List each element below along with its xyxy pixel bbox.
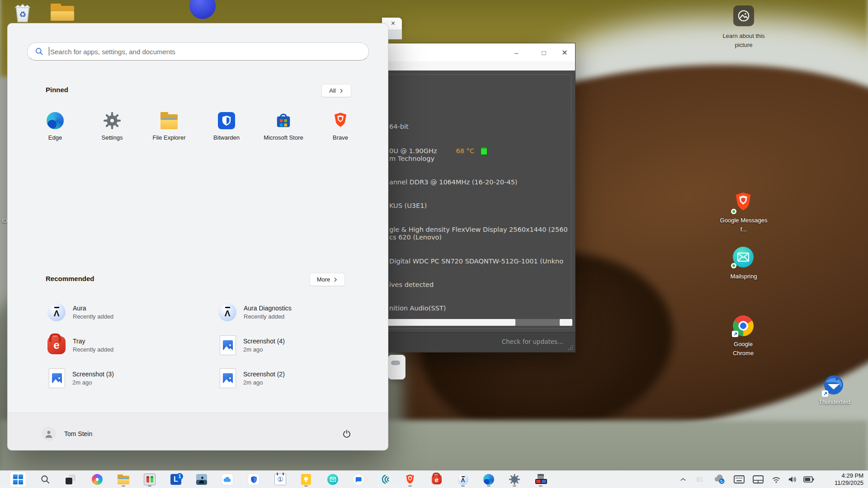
taskbar-tray-app[interactable]: e xyxy=(429,472,445,487)
graphics-line-1: gle & High density FlexView Display 2560… xyxy=(389,226,568,233)
search-input[interactable] xyxy=(49,43,359,60)
aura-icon: Λ xyxy=(47,303,66,321)
taskbar-settings[interactable] xyxy=(506,472,523,487)
pinned-app-settings[interactable]: Settings xyxy=(87,112,137,141)
recommended-item-screenshot-3[interactable]: Screenshot (3)2m ago xyxy=(47,367,206,389)
settings-gear-icon xyxy=(509,474,520,485)
tray-clock[interactable]: 4:29 PM 11/29/2025 xyxy=(835,472,863,487)
envelope-icon xyxy=(737,253,749,262)
check-updates-link[interactable]: Check for updates... xyxy=(502,338,563,345)
cpu-line-2: m Technology xyxy=(389,155,434,162)
taskbar-bitwarden[interactable] xyxy=(245,472,262,487)
recommended-more-button[interactable]: More xyxy=(310,273,345,286)
lock-shackle xyxy=(49,333,61,342)
touch-keyboard-tray-icon[interactable] xyxy=(732,474,746,485)
desktop-folder-icon[interactable] xyxy=(51,4,74,21)
taskbar-file-explorer[interactable] xyxy=(115,472,132,487)
taskbar-wave-app[interactable] xyxy=(376,472,392,487)
tray-app-icon: e xyxy=(432,474,442,484)
edge-icon xyxy=(483,474,494,485)
motherboard-line: KUS (U3E1) xyxy=(389,202,427,209)
taskbar: L1 ① xyxy=(0,470,868,488)
recommended-item-tray[interactable]: e TrayRecently added xyxy=(47,334,206,356)
recommended-item-screenshot-4[interactable]: Screenshot (4)2m ago xyxy=(218,334,377,356)
taskbar-mailspring[interactable] xyxy=(325,472,341,487)
thunderbird-shortcut-icon[interactable] xyxy=(823,374,844,396)
picture-icon xyxy=(737,9,750,23)
google-chrome-shortcut-icon[interactable] xyxy=(733,315,754,336)
taskbar-aura[interactable]: Λ xyxy=(455,472,471,487)
taskbar-icloud[interactable] xyxy=(219,472,236,487)
pinned-app-file-explorer[interactable]: File Explorer xyxy=(144,112,194,141)
volume-tray-icon[interactable] xyxy=(786,474,799,485)
maximize-button[interactable]: □ xyxy=(533,43,554,61)
search-box[interactable] xyxy=(27,42,369,61)
blue-app-desktop-icon[interactable] xyxy=(189,0,216,19)
task-view-button[interactable] xyxy=(62,472,79,487)
taskbar-calendar-app[interactable]: ① xyxy=(272,472,288,487)
speaker-icon xyxy=(788,475,797,484)
wifi-tray-icon[interactable] xyxy=(769,474,783,485)
tray-counter[interactable]: 81 xyxy=(693,474,707,485)
thunderbird-shortcut-label: Thunderbird xyxy=(816,398,854,407)
recommended-item-aura-diagnostics[interactable]: Λ Aura DiagnosticsRecently added xyxy=(218,301,377,323)
taskbar-search-button[interactable] xyxy=(37,472,53,487)
chevron-right-icon xyxy=(339,89,344,93)
background-window-scroll-fragment xyxy=(388,355,406,380)
scrollbar-end-button[interactable] xyxy=(560,319,572,326)
touchpad-tray-icon[interactable] xyxy=(751,474,765,485)
icloud-icon xyxy=(222,474,233,485)
recommended-item-aura[interactable]: Λ AuraRecently added xyxy=(47,301,206,323)
onedrive-tray-icon[interactable]: ↻ xyxy=(713,474,726,485)
resize-grip[interactable] xyxy=(568,345,573,350)
pinned-all-button[interactable]: All xyxy=(321,84,351,97)
mailspring-shortcut-icon[interactable] xyxy=(733,247,754,267)
screenshot-file-icon xyxy=(220,335,236,355)
copilot-button[interactable] xyxy=(89,472,105,487)
cpu-temp: 68 °C xyxy=(456,147,474,155)
recycle-bin-icon[interactable]: ♻ xyxy=(13,3,33,23)
clock-date: 11/29/2025 xyxy=(835,479,863,487)
brave-icon xyxy=(332,112,349,129)
taskbar-kindle[interactable] xyxy=(193,472,210,487)
clock-time: 4:29 PM xyxy=(835,472,863,479)
battery-tray-icon[interactable] xyxy=(802,474,816,485)
bitwarden-shield-icon xyxy=(248,474,259,485)
pinned-app-microsoft-store[interactable]: Microsoft Store xyxy=(258,112,309,141)
copilot-icon xyxy=(92,474,103,485)
hardware-info-icon xyxy=(535,474,546,485)
audio-line: nition Audio(SST) xyxy=(389,305,446,312)
recommended-item-screenshot-2[interactable]: Screenshot (2)2m ago xyxy=(218,367,377,389)
user-profile[interactable]: Tom Stein xyxy=(42,427,92,441)
start-button[interactable] xyxy=(10,472,26,487)
tray-overflow-chevron[interactable] xyxy=(676,474,690,485)
pinned-app-edge[interactable]: Edge xyxy=(30,112,80,141)
google-messages-shortcut-icon[interactable] xyxy=(733,192,754,213)
cloud-icon: ↻ xyxy=(714,474,726,484)
minimize-button[interactable]: – xyxy=(506,43,527,61)
search-icon xyxy=(40,474,51,485)
recommended-header: Recommended xyxy=(46,275,94,282)
taskbar-app-l[interactable]: L1 xyxy=(168,472,184,487)
close-button[interactable]: ✕ xyxy=(554,43,575,61)
power-button[interactable] xyxy=(339,426,355,442)
learn-about-picture-icon[interactable] xyxy=(733,5,754,26)
close-icon[interactable]: ✕ xyxy=(391,20,396,27)
power-icon xyxy=(342,429,352,439)
taskbar-battery-monitor[interactable] xyxy=(142,472,158,487)
taskbar-brave[interactable] xyxy=(402,472,418,487)
calendar-one-icon: ① xyxy=(274,474,286,485)
google-chrome-shortcut-label: Google Chrome xyxy=(725,340,761,358)
pinned-app-bitwarden[interactable]: Bitwarden xyxy=(201,112,252,141)
scrollbar-thumb[interactable] xyxy=(391,361,400,365)
taskbar-edge[interactable] xyxy=(481,472,497,487)
battery-monitor-icon xyxy=(144,474,156,485)
shortcut-dot-badge xyxy=(731,263,736,268)
taskbar-google-keep[interactable] xyxy=(298,472,314,487)
mailspring-icon xyxy=(327,474,338,485)
taskbar-google-messages[interactable] xyxy=(350,472,367,487)
user-name: Tom Stein xyxy=(64,430,92,437)
taskbar-hardware-info[interactable] xyxy=(533,472,549,487)
notification-badge: 1 xyxy=(176,473,183,480)
pinned-app-brave[interactable]: Brave xyxy=(315,112,366,141)
